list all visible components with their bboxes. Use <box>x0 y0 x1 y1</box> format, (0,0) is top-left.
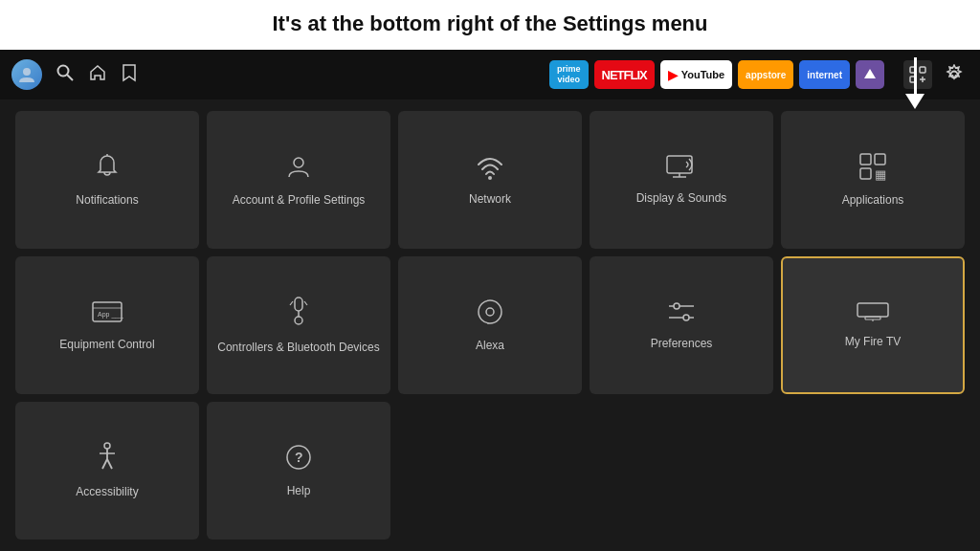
youtube-app[interactable]: ▶ YouTube <box>660 60 732 89</box>
nav-left-section <box>11 59 138 90</box>
my-fire-tv-item[interactable]: My Fire TV <box>781 256 965 394</box>
account-icon <box>284 152 313 186</box>
svg-rect-16 <box>860 154 871 165</box>
nav-apps-section: primevideo NETFLIX ▶ YouTube appstore in… <box>549 60 884 89</box>
account-profile-item[interactable]: Account & Profile Settings <box>207 111 390 249</box>
svg-point-37 <box>104 443 110 449</box>
page-wrapper: It's at the bottom right of the Settings… <box>0 0 980 551</box>
svg-point-28 <box>479 300 501 323</box>
display-sounds-item[interactable]: Display & Sounds <box>590 111 773 249</box>
display-sounds-icon <box>665 154 698 184</box>
appstore-app[interactable]: appstore <box>738 60 793 89</box>
avatar[interactable] <box>11 59 42 90</box>
svg-point-33 <box>683 315 689 320</box>
svg-line-2 <box>67 75 73 80</box>
svg-line-27 <box>304 301 307 305</box>
help-label: Help <box>283 484 315 499</box>
svg-point-25 <box>295 317 302 324</box>
arrow-head <box>905 94 924 109</box>
accessibility-icon <box>95 442 120 477</box>
accessibility-item[interactable]: Accessibility <box>15 402 199 540</box>
internet-app[interactable]: internet <box>799 60 850 89</box>
svg-line-41 <box>107 459 112 469</box>
applications-label: Applications <box>838 193 908 209</box>
svg-point-11 <box>294 158 303 167</box>
applications-item[interactable]: ▦ Applications <box>781 111 965 249</box>
equipment-label: Equipment Control <box>56 338 158 353</box>
home-icon[interactable] <box>88 63 107 87</box>
network-item[interactable]: Network <box>398 111 582 249</box>
svg-text:App ____: App ____ <box>98 311 123 319</box>
accessibility-label: Accessibility <box>72 485 142 500</box>
svg-point-29 <box>486 308 494 316</box>
help-item[interactable]: ? Help <box>207 402 390 540</box>
svg-point-1 <box>58 65 69 76</box>
svg-line-40 <box>102 459 107 469</box>
settings-grid: Notifications Account & Profile Settings <box>0 99 980 551</box>
search-icon[interactable] <box>56 63 75 87</box>
notifications-label: Notifications <box>72 193 142 209</box>
svg-text:▦: ▦ <box>875 167 886 181</box>
annotation-banner: It's at the bottom right of the Settings… <box>0 0 980 50</box>
fire-tv-icon <box>856 300 890 327</box>
svg-rect-35 <box>865 317 880 320</box>
equipment-control-item[interactable]: App ____ Equipment Control <box>15 256 199 394</box>
svg-line-26 <box>290 301 293 305</box>
controllers-icon <box>288 296 309 333</box>
svg-rect-23 <box>295 298 302 311</box>
alexa-item[interactable]: Alexa <box>398 256 582 394</box>
navigation-bar: primevideo NETFLIX ▶ YouTube appstore in… <box>0 50 980 99</box>
svg-text:?: ? <box>295 450 303 465</box>
notifications-item[interactable]: Notifications <box>15 111 199 249</box>
equipment-icon: App ____ <box>91 298 123 330</box>
arrow-annotation <box>905 57 924 109</box>
bookmark-icon[interactable] <box>121 63 138 87</box>
netflix-app[interactable]: NETFLIX <box>594 60 655 89</box>
display-sounds-label: Display & Sounds <box>633 191 731 207</box>
arrow-shaft <box>914 57 917 94</box>
notifications-icon <box>93 152 122 186</box>
svg-point-0 <box>23 68 31 76</box>
settings-icon[interactable] <box>940 60 969 89</box>
my-fire-tv-label: My Fire TV <box>841 335 904 350</box>
svg-point-12 <box>488 176 492 180</box>
prime-video-app[interactable]: primevideo <box>549 60 589 89</box>
svg-rect-34 <box>858 303 888 317</box>
svg-marker-3 <box>864 69 876 78</box>
alexa-icon <box>476 298 504 331</box>
controllers-bluetooth-item[interactable]: Controllers & Bluetooth Devices <box>207 256 390 394</box>
unknown-app[interactable] <box>856 60 884 89</box>
svg-rect-18 <box>860 168 871 179</box>
network-icon <box>475 153 505 185</box>
preferences-icon <box>667 299 696 329</box>
svg-point-31 <box>674 303 679 309</box>
alexa-label: Alexa <box>472 339 508 354</box>
svg-rect-17 <box>875 154 885 165</box>
network-label: Network <box>465 192 515 208</box>
applications-icon: ▦ <box>858 152 887 186</box>
banner-text: It's at the bottom right of the Settings… <box>273 11 708 35</box>
preferences-label: Preferences <box>647 337 717 352</box>
preferences-item[interactable]: Preferences <box>590 256 773 394</box>
help-icon: ? <box>284 443 313 476</box>
controllers-bluetooth-label: Controllers & Bluetooth Devices <box>213 341 383 356</box>
account-profile-label: Account & Profile Settings <box>229 193 369 209</box>
